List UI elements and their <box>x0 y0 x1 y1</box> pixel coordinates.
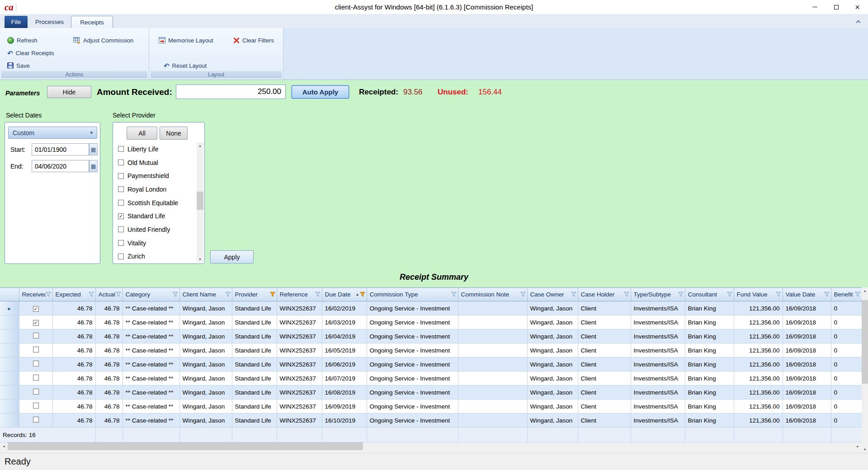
filter-icon[interactable] <box>571 292 576 297</box>
provider-option[interactable]: Paymentshield <box>113 169 196 183</box>
scroll-left-arrow[interactable]: ◄ <box>0 442 8 450</box>
provider-scroll-thumb[interactable] <box>197 192 203 210</box>
filter-icon[interactable] <box>270 292 275 297</box>
provider-option[interactable]: ✓Standard Life <box>113 209 196 223</box>
clear-receipts-button[interactable]: ↶ Clear Receipts <box>7 48 54 58</box>
provider-checkbox[interactable] <box>118 200 124 206</box>
provider-checkbox[interactable] <box>118 240 124 246</box>
provider-option[interactable]: Scottish Equitable <box>113 196 196 210</box>
column-header-case_holder[interactable]: Case Holder <box>578 288 631 301</box>
scroll-up-arrow[interactable]: ▲ <box>197 142 203 149</box>
row-selector-cell[interactable] <box>0 357 19 371</box>
row-selector-cell[interactable] <box>0 400 19 414</box>
filter-icon[interactable] <box>727 292 732 297</box>
received-checkbox[interactable] <box>33 361 39 367</box>
vertical-scroll-thumb[interactable] <box>862 300 868 384</box>
table-row[interactable]: 46.7846.78** Case-related **Wingard, Jas… <box>0 329 862 343</box>
select-all-button[interactable]: All <box>127 127 157 140</box>
column-header-client_name[interactable]: Client Name <box>179 288 232 301</box>
provider-option[interactable]: Royal London <box>113 183 196 196</box>
table-row[interactable]: 46.7846.78** Case-related **Wingard, Jas… <box>0 385 862 400</box>
column-header-benefit[interactable]: Benefit <box>831 288 862 301</box>
filter-icon[interactable] <box>116 292 121 297</box>
hide-button[interactable]: Hide <box>47 86 91 98</box>
provider-option[interactable]: Old Mutual <box>113 156 196 169</box>
vertical-scroll-track[interactable] <box>862 294 868 446</box>
reset-layout-button[interactable]: ↶ Reset Layout <box>164 61 207 70</box>
table-row[interactable]: 46.7846.78** Case-related **Wingard, Jas… <box>0 400 862 414</box>
vertical-scrollbar[interactable]: ▲ ▼ <box>862 287 868 453</box>
select-none-button[interactable]: None <box>160 127 188 140</box>
row-selector-cell[interactable] <box>0 329 19 343</box>
filter-icon[interactable] <box>855 292 860 297</box>
filter-icon[interactable] <box>89 292 94 297</box>
table-row[interactable]: ✓46.7846.78** Case-related **Wingard, Ja… <box>0 315 862 329</box>
end-calendar-button[interactable]: ▦ <box>89 160 98 172</box>
scroll-down-arrow[interactable]: ▼ <box>862 446 868 453</box>
table-row[interactable]: 46.7846.78** Case-related **Wingard, Jas… <box>0 371 862 385</box>
provider-option[interactable]: Zurich <box>113 250 196 263</box>
date-range-dropdown[interactable]: Custom ▾ <box>8 127 97 139</box>
column-header-commission_note[interactable]: Commission Note <box>458 288 527 301</box>
filter-icon[interactable] <box>776 292 781 297</box>
collapse-ribbon-button[interactable] <box>853 17 863 26</box>
adjust-commission-button[interactable]: Adjust Commission <box>73 35 133 45</box>
save-button[interactable]: Save <box>7 61 30 70</box>
scroll-down-arrow[interactable]: ▼ <box>197 256 203 263</box>
provider-scrollbar[interactable]: ▲ ▼ <box>197 142 203 263</box>
received-checkbox[interactable]: ✓ <box>33 306 39 312</box>
table-row[interactable]: ▸✓46.7846.78** Case-related **Wingard, J… <box>0 301 862 315</box>
received-checkbox[interactable] <box>33 389 39 395</box>
apply-button[interactable]: Apply <box>210 250 254 263</box>
clear-filters-button[interactable]: Clear Filters <box>233 35 274 45</box>
received-checkbox[interactable] <box>33 333 39 338</box>
provider-scroll-track[interactable] <box>197 149 203 256</box>
filter-icon[interactable] <box>678 292 684 297</box>
filter-icon[interactable] <box>624 292 629 297</box>
row-selector-cell[interactable] <box>0 414 19 428</box>
start-date-input[interactable] <box>32 143 89 155</box>
column-header-provider[interactable]: Provider <box>232 288 277 301</box>
maximize-button[interactable] <box>826 0 847 14</box>
provider-option[interactable]: Liberty Life <box>113 142 196 156</box>
scroll-right-arrow[interactable]: ► <box>854 442 862 450</box>
column-header-type_subtype[interactable]: Type/Subtype <box>631 288 685 301</box>
column-header-received[interactable]: Received <box>19 288 52 301</box>
filter-icon[interactable] <box>46 292 51 297</box>
column-header-commission_type[interactable]: Commission Type <box>367 288 458 301</box>
filter-icon[interactable] <box>824 292 830 297</box>
row-selector-cell[interactable]: ▸ <box>0 301 19 315</box>
tab-processes[interactable]: Processes <box>30 16 69 28</box>
horizontal-scrollbar[interactable]: ◄ ► <box>0 442 862 450</box>
column-header-actual[interactable]: Actual <box>95 288 123 301</box>
memorise-layout-button[interactable]: Memorise Layout <box>159 35 213 45</box>
provider-checkbox[interactable] <box>118 173 124 179</box>
column-header-category[interactable]: Category <box>123 288 179 301</box>
column-header-value_date[interactable]: Value Date <box>783 288 831 301</box>
provider-checkbox[interactable]: ✓ <box>118 213 124 219</box>
provider-checkbox[interactable] <box>118 160 124 165</box>
refresh-button[interactable]: Refresh <box>7 35 38 45</box>
filter-icon[interactable] <box>360 292 365 297</box>
filter-icon[interactable] <box>451 292 457 297</box>
start-calendar-button[interactable]: ▦ <box>89 143 98 155</box>
column-header-due_date[interactable]: Due Date▲ <box>322 288 367 301</box>
provider-checkbox[interactable] <box>118 226 124 232</box>
filter-icon[interactable] <box>315 292 321 297</box>
filter-icon[interactable] <box>520 292 526 297</box>
provider-checkbox[interactable] <box>118 254 124 259</box>
auto-apply-button[interactable]: Auto Apply <box>292 85 349 99</box>
received-checkbox[interactable] <box>33 375 39 381</box>
filter-icon[interactable] <box>225 292 231 297</box>
row-selector-cell[interactable] <box>0 371 19 385</box>
table-row[interactable]: 46.7846.78** Case-related **Wingard, Jas… <box>0 414 862 428</box>
received-checkbox[interactable] <box>33 347 39 352</box>
provider-option[interactable]: Vitality <box>113 236 196 250</box>
horizontal-scroll-track[interactable] <box>8 442 854 450</box>
amount-received-input[interactable] <box>176 85 286 99</box>
column-header-fund_value[interactable]: Fund Value <box>734 288 783 301</box>
column-header-consultant[interactable]: Consultant <box>685 288 734 301</box>
tab-file[interactable]: File <box>5 16 28 28</box>
provider-checkbox[interactable] <box>118 146 124 152</box>
close-button[interactable]: × <box>847 0 868 14</box>
